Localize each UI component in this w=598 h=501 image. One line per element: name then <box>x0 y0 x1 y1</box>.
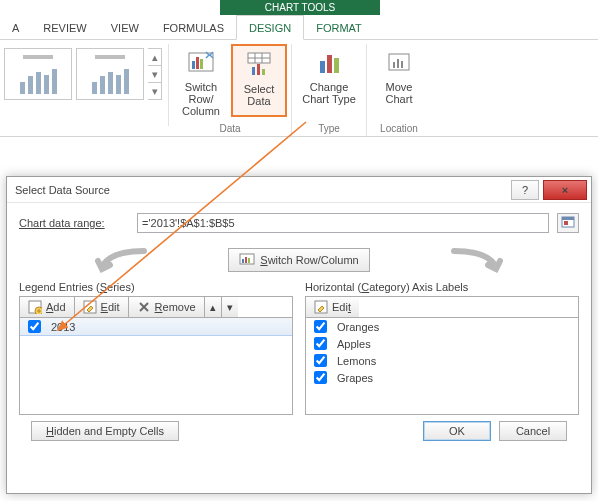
change-chart-type-icon <box>313 46 345 78</box>
arrow-left-icon <box>90 247 148 273</box>
move-chart-icon <box>383 46 415 78</box>
change-chart-type-button[interactable]: Change Chart Type <box>296 44 362 105</box>
tab-a[interactable]: A <box>0 16 31 39</box>
add-series-label: Add <box>46 301 66 313</box>
help-icon: ? <box>522 184 528 196</box>
ribbon: CHART TOOLS A REVIEW VIEW FORMULAS DESIG… <box>0 0 598 137</box>
chart-style-thumb[interactable] <box>4 48 72 100</box>
chart-data-range-label: Chart data range: <box>19 217 129 229</box>
axis-checkbox[interactable] <box>314 320 327 333</box>
edit-icon <box>314 300 328 314</box>
axis-label: Lemons <box>337 355 376 367</box>
select-data-source-dialog: Select Data Source ? × Chart data range:… <box>6 176 592 494</box>
svg-rect-11 <box>320 61 325 73</box>
add-icon <box>28 300 42 314</box>
list-item[interactable]: Lemons <box>306 352 578 369</box>
switch-row-column-label: Switch Row/ Column <box>175 81 227 117</box>
dialog-title: Select Data Source <box>15 184 511 196</box>
range-picker-button[interactable] <box>557 213 579 233</box>
move-chart-button[interactable]: Move Chart <box>371 44 427 105</box>
down-icon: ▾ <box>227 301 233 314</box>
svg-rect-15 <box>393 62 395 68</box>
ok-button[interactable]: OK <box>423 421 491 441</box>
ribbon-tabs: A REVIEW VIEW FORMULAS DESIGN FORMAT <box>0 15 598 40</box>
close-button[interactable]: × <box>543 180 587 200</box>
axis-label: Oranges <box>337 321 379 333</box>
tab-design[interactable]: DESIGN <box>236 15 304 40</box>
select-data-label: Select Data <box>244 83 275 107</box>
remove-icon <box>137 300 151 314</box>
axis-checkbox[interactable] <box>314 371 327 384</box>
svg-rect-10 <box>262 69 265 75</box>
svg-rect-2 <box>196 57 199 69</box>
hidden-empty-cells-button[interactable]: Hidden and Empty Cells <box>31 421 179 441</box>
svg-rect-12 <box>327 55 332 73</box>
close-icon: × <box>562 184 568 196</box>
gallery-scroll[interactable]: ▴ ▾ ▾ <box>148 48 162 100</box>
axis-toolbar: Edit <box>305 296 579 317</box>
chart-style-thumb[interactable] <box>76 48 144 100</box>
svg-rect-23 <box>245 257 247 263</box>
legend-entries-section: Legend Entries (Series) Add Edit Remove <box>19 281 293 415</box>
axis-checkbox[interactable] <box>314 337 327 350</box>
svg-rect-20 <box>564 221 568 225</box>
list-item[interactable]: Grapes <box>306 369 578 386</box>
series-listbox[interactable]: 2013 <box>19 317 293 415</box>
switch-row-column-dialog-label: Switch Row/Column <box>260 254 358 266</box>
edit-axis-button[interactable]: Edit <box>306 297 359 317</box>
dialog-titlebar: Select Data Source ? × <box>7 177 591 203</box>
axis-label: Apples <box>337 338 371 350</box>
group-type-label: Type <box>318 123 340 136</box>
arrow-right-icon <box>450 247 508 273</box>
list-item[interactable]: Apples <box>306 335 578 352</box>
up-icon: ▴ <box>210 301 216 314</box>
select-data-icon <box>243 48 275 80</box>
gallery-more-icon[interactable]: ▾ <box>148 83 161 99</box>
switch-icon <box>239 252 255 268</box>
move-down-button[interactable]: ▾ <box>222 297 238 317</box>
series-label: 2013 <box>51 321 75 333</box>
tab-format[interactable]: FORMAT <box>304 16 374 39</box>
axis-labels-title: Horizontal (Category) Axis Labels <box>305 281 579 293</box>
switch-row-column-icon <box>185 46 217 78</box>
switch-row-column-button[interactable]: Switch Row/ Column <box>173 44 229 117</box>
tab-view[interactable]: VIEW <box>99 16 151 39</box>
svg-rect-19 <box>562 217 574 220</box>
svg-rect-13 <box>334 58 339 73</box>
gallery-down-icon[interactable]: ▾ <box>148 66 161 83</box>
list-item[interactable]: Oranges <box>306 318 578 335</box>
svg-rect-22 <box>242 259 244 263</box>
help-button[interactable]: ? <box>511 180 539 200</box>
switch-row-column-dialog-button[interactable]: Switch Row/Column <box>228 248 369 272</box>
select-data-button[interactable]: Select Data <box>231 44 287 117</box>
tab-formulas[interactable]: FORMULAS <box>151 16 236 39</box>
edit-icon <box>83 300 97 314</box>
move-up-button[interactable]: ▴ <box>205 297 222 317</box>
cancel-button[interactable]: Cancel <box>499 421 567 441</box>
axis-labels-section: Horizontal (Category) Axis Labels Edit O… <box>305 281 579 415</box>
series-checkbox[interactable] <box>28 320 41 333</box>
group-type: Change Chart Type Type <box>292 44 367 136</box>
tab-review[interactable]: REVIEW <box>31 16 98 39</box>
group-data-label: Data <box>219 123 240 136</box>
svg-rect-17 <box>401 61 403 68</box>
chart-style-gallery: ▴ ▾ ▾ <box>4 44 169 126</box>
remove-series-label: Remove <box>155 301 196 313</box>
list-item[interactable]: 2013 <box>19 317 293 336</box>
svg-rect-24 <box>248 258 250 263</box>
chart-data-range-input[interactable] <box>137 213 549 233</box>
range-picker-icon <box>561 216 575 230</box>
axis-checkbox[interactable] <box>314 354 327 367</box>
legend-toolbar: Add Edit Remove ▴ ▾ <box>19 296 293 317</box>
svg-rect-1 <box>192 61 195 69</box>
gallery-up-icon[interactable]: ▴ <box>148 49 161 66</box>
edit-series-label: Edit <box>101 301 120 313</box>
group-location-label: Location <box>380 123 418 136</box>
move-chart-label: Move Chart <box>386 81 413 105</box>
remove-series-button[interactable]: Remove <box>129 297 205 317</box>
axis-listbox[interactable]: Oranges Apples Lemons Grapes <box>305 317 579 415</box>
group-data: Switch Row/ Column Select Data Data <box>169 44 292 136</box>
edit-series-button[interactable]: Edit <box>75 297 129 317</box>
axis-label: Grapes <box>337 372 373 384</box>
add-series-button[interactable]: Add <box>20 297 75 317</box>
